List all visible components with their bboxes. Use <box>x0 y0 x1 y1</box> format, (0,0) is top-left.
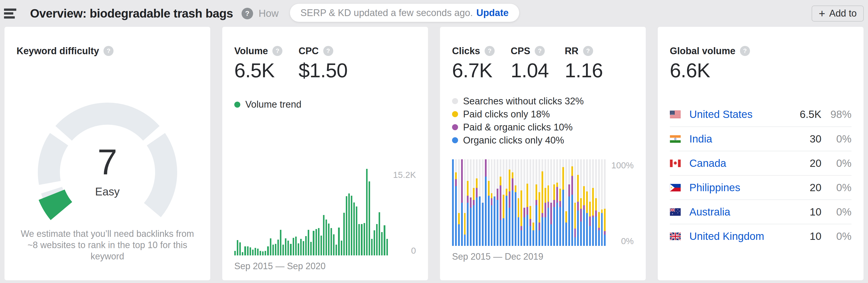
clicks-bar <box>509 159 510 246</box>
clicks-bar <box>455 159 457 246</box>
kd-help-icon[interactable]: ? <box>103 46 114 56</box>
volume-trend-chart[interactable]: 15.2K 0 <box>234 169 416 255</box>
volume-bar <box>295 236 297 255</box>
volume-bar <box>293 238 294 255</box>
clicks-bar <box>535 159 537 246</box>
legend-label: Organic clicks only 40% <box>463 135 564 146</box>
question-glyph: ? <box>107 48 111 54</box>
clicks-bar <box>464 159 466 246</box>
volume-bar <box>364 223 365 255</box>
volume-bar <box>262 251 264 255</box>
volume-bar <box>267 246 269 255</box>
country-share: 0% <box>822 206 851 218</box>
clicks-bar <box>556 159 558 246</box>
clicks-bar <box>595 159 597 246</box>
clicks-bar <box>523 159 525 246</box>
how-label[interactable]: How <box>258 8 279 19</box>
country-volume: 10 <box>786 230 822 243</box>
volume-bar <box>234 251 236 255</box>
clicks-bar <box>467 159 469 246</box>
rr-label: RR <box>565 46 579 56</box>
volume-bar <box>356 206 357 255</box>
volume-bar <box>348 193 350 255</box>
volume-bar <box>287 240 289 255</box>
clicks-bar <box>458 159 460 246</box>
clicks-date-range: Sep 2015 — Dec 2019 <box>452 251 634 262</box>
country-link[interactable]: United Kingdom <box>689 230 786 243</box>
volume-bar <box>252 250 254 255</box>
volume-help-icon[interactable]: ? <box>272 46 282 56</box>
country-volume: 30 <box>786 133 822 145</box>
volume-bar <box>338 228 340 255</box>
country-link[interactable]: United States <box>689 108 786 120</box>
country-volume: 20 <box>786 157 822 169</box>
volume-y-min: 0 <box>411 246 416 255</box>
volume-trend-legend: Volume trend <box>234 99 416 110</box>
overview-cards: Keyword difficulty ? 7 Easy We estimate … <box>0 27 868 280</box>
cpc-help-icon[interactable]: ? <box>323 46 333 56</box>
volume-bar <box>244 246 246 255</box>
country-share: 98% <box>822 108 851 120</box>
us-flag <box>670 111 681 118</box>
volume-bar <box>270 238 271 255</box>
rr-help-icon[interactable]: ? <box>583 46 593 56</box>
page-title: Overview: biodegradable trash bags <box>30 6 233 20</box>
title-help-icon[interactable]: ? <box>242 8 253 19</box>
volume-bar <box>358 224 360 255</box>
menu-icon[interactable] <box>4 8 17 19</box>
philippines-flag <box>670 184 681 192</box>
clicks-card: Clicks ? 6.7K CPS ? 1.04 RR ? 1.16 Se <box>440 27 646 280</box>
clicks-bar <box>485 159 487 246</box>
global-volume-help-icon[interactable]: ? <box>740 46 750 56</box>
clicks-legend-item: Searches without clicks 32% <box>452 94 634 108</box>
keyword-difficulty-card: Keyword difficulty ? 7 Easy We estimate … <box>4 27 210 280</box>
question-glyph: ? <box>743 48 747 54</box>
volume-bar <box>384 225 385 255</box>
global-volume-title: Global volume <box>670 46 736 56</box>
country-row: Australia100% <box>670 199 851 224</box>
top-header: Overview: biodegradable trash bags ? How… <box>0 0 868 27</box>
clicks-bar <box>589 159 591 246</box>
volume-bar <box>308 230 309 255</box>
volume-bar <box>326 220 327 255</box>
clicks-help-icon[interactable]: ? <box>485 46 495 56</box>
clicks-y-min: 0% <box>621 236 634 245</box>
volume-bar <box>374 230 375 255</box>
country-row: United States6.5K98% <box>670 102 851 126</box>
clicks-breakdown-chart[interactable]: 100% 0% <box>452 159 634 246</box>
country-row: Philippines200% <box>670 175 851 199</box>
clicks-bar <box>574 159 576 246</box>
clicks-bar <box>500 159 501 246</box>
kd-score: 7 <box>17 144 198 180</box>
volume-bar <box>333 234 335 255</box>
volume-bar <box>239 243 241 255</box>
update-notification: SERP & KD updated a few seconds ago. Upd… <box>290 4 519 22</box>
add-to-button[interactable]: + Add to <box>812 5 864 22</box>
country-link[interactable]: India <box>689 133 786 145</box>
legend-label: Paid clicks only 18% <box>463 109 550 120</box>
volume-bar <box>280 230 281 255</box>
country-link[interactable]: Australia <box>689 206 786 218</box>
volume-bar <box>247 246 249 255</box>
cps-help-icon[interactable]: ? <box>535 46 545 56</box>
country-link[interactable]: Philippines <box>689 182 786 194</box>
volume-y-max: 15.2K <box>393 170 416 179</box>
country-link[interactable]: Canada <box>689 157 786 169</box>
volume-bar <box>303 241 304 255</box>
clicks-bar <box>529 159 531 246</box>
canada-flag <box>670 160 681 167</box>
clicks-bar <box>538 159 540 246</box>
cps-label: CPS <box>511 46 530 56</box>
country-volume: 10 <box>786 206 822 218</box>
volume-bar <box>323 215 324 255</box>
clicks-bar <box>583 159 585 246</box>
clicks-bar <box>571 159 573 246</box>
clicks-bar <box>548 159 549 246</box>
volume-bar <box>320 235 322 255</box>
clicks-bar <box>553 159 555 246</box>
volume-bar <box>366 169 368 255</box>
rr-metric: RR ? 1.16 <box>565 45 603 81</box>
volume-bar <box>331 228 332 255</box>
update-link[interactable]: Update <box>476 7 509 18</box>
volume-bar <box>379 212 380 256</box>
